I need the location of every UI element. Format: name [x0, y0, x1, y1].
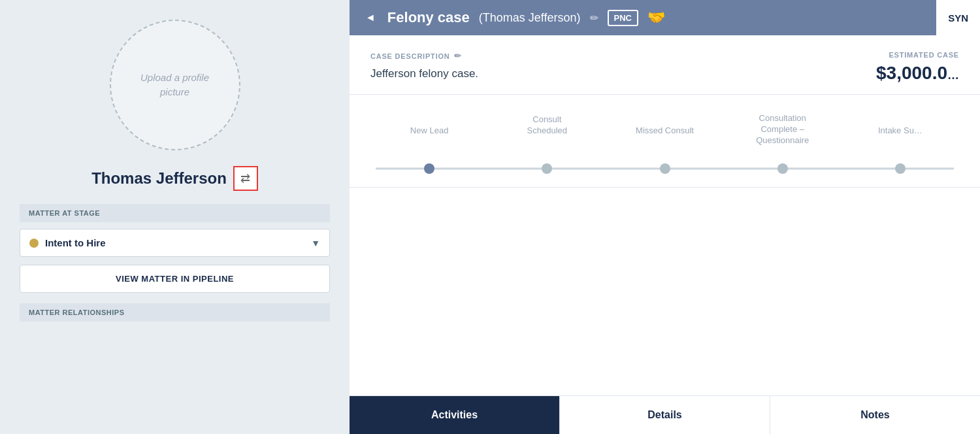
profile-picture-label: Upload a profilepicture: [140, 71, 209, 100]
case-title: Felony case: [387, 9, 470, 26]
content-area: [350, 188, 980, 395]
stage-intake: Intake Su…: [841, 113, 959, 154]
pipeline-section: New Lead ConsultScheduled Missed Consult…: [350, 95, 980, 188]
stage-dot: [29, 239, 39, 248]
matter-at-stage-label: MATTER AT STAGE: [20, 204, 330, 222]
swap-icon: ⇄: [240, 171, 250, 186]
stage-circle-1: [424, 163, 434, 174]
stage-missed-consult: Missed Consult: [606, 113, 723, 154]
collapse-arrow-icon[interactable]: ◄: [365, 12, 376, 24]
main-content: ◄ Felony case (Thomas Jefferson) ✏ PNC 🤝…: [350, 0, 980, 434]
estimated-case-section: ESTIMATED CASE $3,000.0…: [876, 51, 959, 84]
tab-activities[interactable]: Activities: [350, 396, 559, 434]
estimated-case-value: $3,000.0…: [876, 63, 959, 84]
tab-notes[interactable]: Notes: [770, 396, 980, 434]
estimated-case-label: ESTIMATED CASE: [876, 51, 959, 59]
stage-name-missed-consult: Missed Consult: [636, 113, 694, 137]
case-desc-row: CASE DESCRIPTION ✏ Jefferson felony case…: [370, 51, 959, 84]
stage-name-consultation-complete: ConsultationComplete –Questionnaire: [756, 113, 809, 146]
stage-dropdown-left: Intent to Hire: [29, 237, 106, 248]
tabs-section: Activities Details Notes: [350, 395, 980, 434]
edit-description-icon[interactable]: ✏: [454, 51, 462, 61]
person-name: Thomas Jefferson: [91, 169, 227, 188]
stage-label: Intent to Hire: [45, 237, 106, 248]
stage-name-new-lead: New Lead: [410, 113, 449, 137]
edit-case-icon[interactable]: ✏: [590, 12, 598, 24]
matter-relationships-label: MATTER RELATIONSHIPS: [20, 303, 330, 322]
case-description-label: CASE DESCRIPTION ✏: [370, 51, 850, 61]
case-desc-left: CASE DESCRIPTION ✏ Jefferson felony case…: [370, 51, 850, 80]
chevron-down-icon: ▼: [311, 238, 320, 248]
stage-new-lead: New Lead: [370, 113, 488, 154]
profile-picture-upload[interactable]: Upload a profilepicture: [110, 20, 240, 150]
stage-consult-scheduled: ConsultScheduled: [488, 113, 606, 154]
person-name-row: Thomas Jefferson ⇄: [91, 166, 258, 191]
swap-button[interactable]: ⇄: [233, 166, 258, 191]
stage-circle-2: [542, 163, 552, 174]
case-subtitle: (Thomas Jefferson): [479, 11, 581, 25]
stage-name-consult-scheduled: ConsultScheduled: [527, 113, 567, 137]
stage-name-intake: Intake Su…: [878, 113, 923, 137]
stage-circle-5: [895, 163, 906, 174]
sidebar: Upload a profilepicture Thomas Jefferson…: [0, 0, 350, 434]
stage-circle-3: [660, 163, 670, 174]
handshake-icon[interactable]: 🤝: [647, 9, 665, 26]
view-pipeline-button[interactable]: VIEW MATTER IN PIPELINE: [20, 265, 330, 293]
tab-details[interactable]: Details: [560, 396, 770, 434]
stage-circle-4: [777, 163, 788, 174]
sync-button[interactable]: SYN: [936, 0, 980, 35]
stage-consultation-complete: ConsultationComplete –Questionnaire: [724, 113, 841, 154]
case-description-text: Jefferson felony case.: [370, 67, 850, 80]
case-header: ◄ Felony case (Thomas Jefferson) ✏ PNC 🤝…: [350, 0, 980, 35]
pnc-badge[interactable]: PNC: [608, 10, 638, 26]
case-description-section: CASE DESCRIPTION ✏ Jefferson felony case…: [350, 35, 980, 95]
stage-dropdown[interactable]: Intent to Hire ▼: [20, 229, 330, 257]
